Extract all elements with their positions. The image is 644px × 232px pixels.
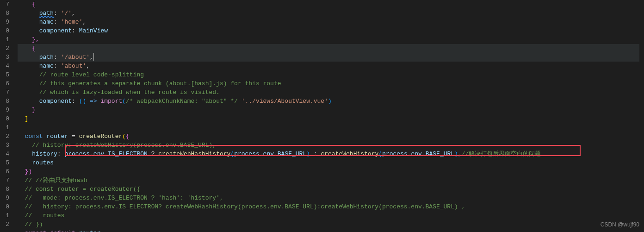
line-number: 4 xyxy=(0,62,9,70)
line-number: 9 xyxy=(0,18,9,26)
line-number: 2 xyxy=(0,220,9,229)
code-line[interactable]: name: 'home', xyxy=(18,18,644,26)
line-number: 8 xyxy=(0,97,9,106)
code-line[interactable]: }, xyxy=(18,35,644,44)
line-number: 9 xyxy=(0,194,9,202)
watermark: CSDN @wujf90 xyxy=(601,220,639,229)
code-line[interactable]: // }) xyxy=(18,220,644,229)
code-line[interactable]: // which is lazy-loaded when the route i… xyxy=(18,88,644,97)
line-number: 3 xyxy=(0,53,9,62)
line-number: 1 xyxy=(0,211,9,220)
line-number: 0 xyxy=(0,26,9,35)
code-line-active[interactable]: { xyxy=(18,44,644,53)
line-number: 7 xyxy=(0,0,9,9)
line-number: 7 xyxy=(0,176,9,185)
code-line[interactable]: // mode: process.env.IS_ELECTRON ? 'hash… xyxy=(18,194,644,202)
line-number: 0 xyxy=(0,114,9,123)
code-editor[interactable]: 7 8 9 0 1 2 3 4 5 6 7 8 9 0 1 2 3 4 5 6 … xyxy=(0,0,644,232)
code-line[interactable]: component: MainView xyxy=(18,26,644,35)
code-line[interactable]: // //路由只支持hash xyxy=(18,176,644,185)
line-number-gutter: 7 8 9 0 1 2 3 4 5 6 7 8 9 0 1 2 3 4 5 6 … xyxy=(0,0,13,232)
code-line[interactable]: history: process.env.IS_ELECTRON ? creat… xyxy=(18,150,644,158)
line-number: 5 xyxy=(0,158,9,167)
code-line[interactable]: ] xyxy=(18,114,644,123)
code-line[interactable]: name: 'about', xyxy=(18,62,644,70)
code-line[interactable]: export default router xyxy=(18,229,644,232)
minimap[interactable] xyxy=(639,0,644,232)
line-number: 4 xyxy=(0,150,9,158)
code-line[interactable]: // history: createWebHistory(process.env… xyxy=(18,141,644,150)
line-number: 2 xyxy=(0,132,9,141)
line-number: 2 xyxy=(0,44,9,53)
line-number: 1 xyxy=(0,123,9,132)
line-number: 6 xyxy=(0,79,9,88)
line-number: 6 xyxy=(0,167,9,176)
code-line[interactable]: // routes xyxy=(18,211,644,220)
code-line-active[interactable]: path: '/about', xyxy=(18,53,644,62)
line-number: 8 xyxy=(0,9,9,18)
line-number: 5 xyxy=(0,70,9,79)
code-line[interactable]: component: () => import(/* webpackChunkN… xyxy=(18,97,644,106)
line-number: 8 xyxy=(0,185,9,194)
code-line[interactable]: // route level code-splitting xyxy=(18,70,644,79)
code-line[interactable]: }) xyxy=(18,167,644,176)
code-line[interactable]: // history: process.env.IS_ELECTRON? cre… xyxy=(18,202,644,211)
code-line[interactable]: routes xyxy=(18,158,644,167)
code-line[interactable] xyxy=(18,123,644,132)
line-number: 7 xyxy=(0,88,9,97)
line-number: 9 xyxy=(0,106,9,114)
code-area[interactable]: { path: '/', name: 'home', component: Ma… xyxy=(13,0,644,232)
line-number: 1 xyxy=(0,35,9,44)
code-line[interactable]: // this generates a separate chunk (abou… xyxy=(18,79,644,88)
code-line[interactable]: path: '/', xyxy=(18,9,644,18)
code-line[interactable]: // const router = createRouter({ xyxy=(18,185,644,194)
text-cursor xyxy=(93,53,94,61)
line-number: 0 xyxy=(0,202,9,211)
code-line[interactable]: } xyxy=(18,106,644,114)
line-number: 3 xyxy=(0,141,9,150)
code-line[interactable]: const router = createRouter({ xyxy=(18,132,644,141)
code-line[interactable]: { xyxy=(18,0,644,9)
